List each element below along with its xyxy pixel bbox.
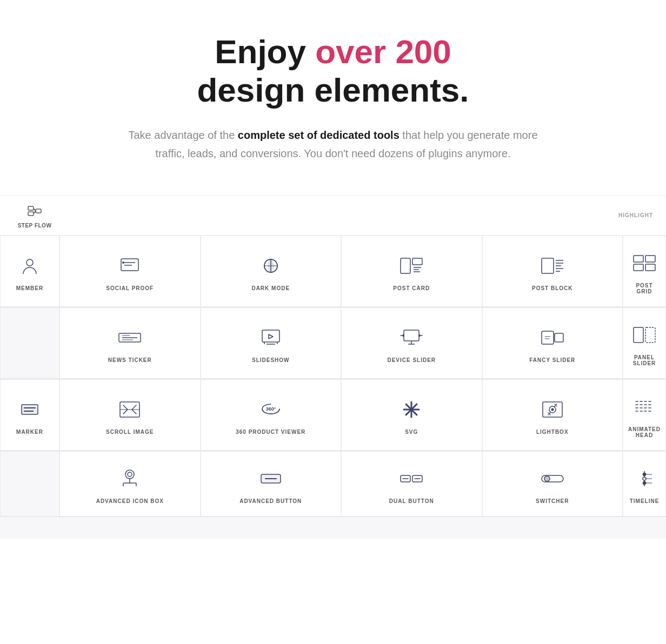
post-grid-icon [632, 251, 656, 275]
element-fancy-slider[interactable]: FANCY SLIDER [482, 307, 623, 379]
fancy-slider-icon [541, 326, 564, 350]
element-member-label: MEMBER [16, 285, 43, 291]
svg-rect-35 [404, 330, 419, 341]
svg-rect-46 [22, 405, 38, 414]
elements-section: MEMBER SOCIAL PROOF [0, 236, 666, 539]
element-post-block-label: POST BLOCK [532, 285, 573, 291]
element-empty-4 [0, 451, 59, 516]
element-dual-button[interactable]: DUAL BUTTON [341, 451, 482, 516]
highlight-label: HIGHLIGHT [608, 212, 653, 218]
element-animated-head[interactable]: ANIMATED HEAD [623, 379, 666, 451]
hero-section: Enjoy over 200 design elements. Take adv… [0, 0, 666, 184]
element-switcher[interactable]: SWITCHER [482, 451, 623, 516]
svg-rect-24 [645, 256, 655, 262]
category-step-flow[interactable]: STEP FLOW [13, 202, 56, 229]
element-slideshow-label: SLIDESHOW [252, 357, 290, 363]
timeline-icon [632, 467, 656, 491]
marker-icon [18, 398, 42, 421]
element-dual-button-label: DUAL BUTTON [389, 498, 434, 504]
element-animated-head-label: ANIMATED HEAD [628, 426, 661, 438]
svg-rect-0 [28, 206, 34, 210]
element-device-slider[interactable]: DEVICE SLIDER [341, 307, 482, 379]
svg-point-5 [26, 259, 33, 266]
element-svg[interactable]: SVG [341, 379, 482, 451]
element-advanced-button[interactable]: ADVANCED BUTTON [201, 451, 342, 516]
element-svg-label: SVG [405, 429, 418, 435]
step-flow-icon [26, 202, 43, 219]
element-lightbox-label: LIGHTBOX [536, 429, 569, 435]
element-social-proof-label: SOCIAL PROOF [106, 285, 154, 291]
element-post-card[interactable]: POST CARD [341, 236, 482, 307]
element-marker[interactable]: MARKER [0, 379, 59, 451]
hero-title: Enjoy over 200 design elements. [11, 32, 655, 110]
slideshow-icon [259, 326, 283, 350]
elements-row-4: ADVANCED ICON BOX ADVANCED BUTTON [0, 451, 666, 517]
element-member[interactable]: MEMBER [0, 236, 59, 307]
element-timeline[interactable]: TIMELINE [623, 451, 666, 516]
svg-rect-13 [412, 258, 422, 265]
element-advanced-icon-box[interactable]: ADVANCED ICON BOX [59, 451, 201, 516]
dual-button-icon [399, 467, 423, 491]
hero-title-line2: design elements. [197, 71, 469, 109]
svg-rect-6 [121, 259, 138, 271]
hero-subtitle: Take advantage of the complete set of de… [128, 126, 538, 163]
svg-rect-31 [262, 330, 279, 342]
svg-rect-41 [555, 333, 563, 342]
lightbox-icon [541, 398, 564, 421]
element-social-proof[interactable]: SOCIAL PROOF [59, 236, 201, 307]
svg-rect-40 [542, 331, 554, 344]
element-news-ticker-label: NEWS TICKER [108, 357, 152, 363]
svg-rect-23 [634, 256, 643, 262]
elements-row-2: NEWS TICKER SLIDESHOW [0, 307, 666, 379]
element-dark-mode[interactable]: DARK MODE [201, 236, 342, 307]
svg-rect-45 [645, 327, 655, 343]
element-marker-label: MARKER [16, 429, 43, 435]
svg-rect-26 [645, 264, 655, 271]
svg-point-71 [544, 476, 550, 481]
element-post-card-label: POST CARD [393, 285, 430, 291]
element-dark-mode-label: DARK MODE [251, 285, 290, 291]
element-timeline-label: TIMELINE [630, 498, 660, 504]
dark-mode-icon [259, 254, 283, 278]
element-advanced-button-label: ADVANCED BUTTON [239, 498, 302, 504]
element-post-grid[interactable]: POST GRID [623, 236, 666, 307]
element-lightbox[interactable]: LIGHTBOX [482, 379, 623, 451]
element-360-viewer-label: 360 PRODUCT VIEWER [236, 429, 305, 435]
element-news-ticker[interactable]: NEWS TICKER [59, 307, 201, 379]
news-ticker-icon [118, 326, 142, 350]
hero-title-accent: over 200 [315, 33, 451, 70]
svg-rect-1 [28, 212, 34, 216]
elements-row-3: MARKER SCROLL IMAGE 360° [0, 379, 666, 451]
element-panel-slider[interactable]: PANEL SLIDER [623, 307, 666, 379]
category-bar: STEP FLOW HIGHLIGHT [0, 195, 666, 236]
element-post-grid-label: POST GRID [632, 283, 657, 294]
member-icon [18, 254, 42, 278]
element-fancy-slider-label: FANCY SLIDER [529, 357, 575, 363]
hero-subtitle-bold: complete set of dedicated tools [238, 129, 399, 141]
advanced-icon-box-icon [118, 467, 142, 491]
hero-title-plain: Enjoy [215, 33, 315, 70]
scroll-image-icon [118, 398, 142, 421]
svg-text:360°: 360° [265, 406, 276, 412]
element-post-block[interactable]: POST BLOCK [482, 236, 623, 307]
switcher-icon [541, 467, 564, 491]
device-slider-icon [399, 326, 423, 350]
svg-rect-44 [634, 327, 643, 343]
element-switcher-label: SWITCHER [536, 498, 569, 504]
animated-head-icon [632, 395, 656, 419]
advanced-button-icon [259, 467, 283, 491]
svg-point-9 [122, 261, 124, 264]
svg-rect-12 [401, 258, 410, 273]
post-block-icon [541, 254, 564, 278]
element-scroll-image[interactable]: SCROLL IMAGE [59, 379, 201, 451]
panel-slider-icon [632, 323, 656, 347]
360-viewer-icon: 360° [259, 398, 283, 421]
svg-point-58 [125, 470, 134, 479]
elements-row-1: MEMBER SOCIAL PROOF [0, 236, 666, 307]
category-step-flow-label: STEP FLOW [18, 223, 52, 229]
svg-rect-17 [542, 258, 554, 273]
element-360-viewer[interactable]: 360° 360 PRODUCT VIEWER [201, 379, 342, 451]
element-slideshow[interactable]: SLIDESHOW [201, 307, 342, 379]
element-advanced-icon-box-label: ADVANCED ICON BOX [96, 498, 164, 504]
social-proof-icon [118, 254, 142, 278]
